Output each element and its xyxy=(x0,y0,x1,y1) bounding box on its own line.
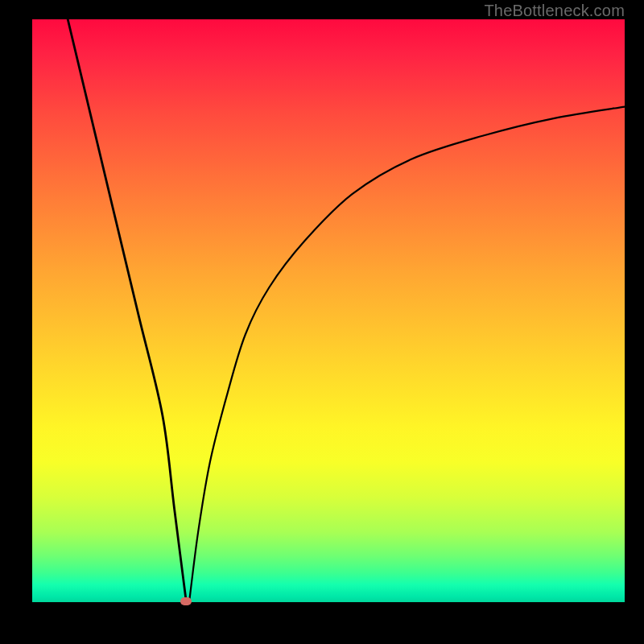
plot-area xyxy=(32,19,625,602)
curve-left-branch xyxy=(68,19,186,602)
chart-container: TheBottleneck.com xyxy=(0,0,644,644)
watermark-text: TheBottleneck.com xyxy=(484,2,625,20)
bottleneck-curve xyxy=(32,19,625,602)
curve-right-branch xyxy=(189,107,625,602)
optimal-point-marker xyxy=(180,597,192,605)
